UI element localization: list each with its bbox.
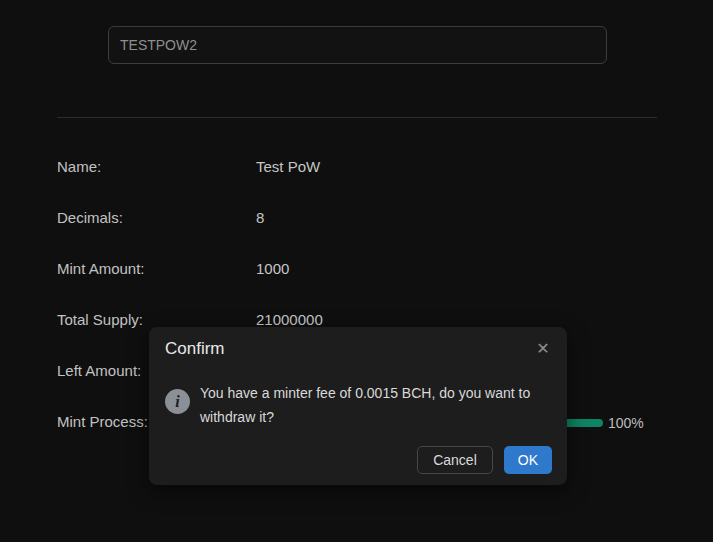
close-icon[interactable]: ✕	[531, 337, 555, 361]
name-label: Name:	[57, 157, 101, 177]
page: Name: Test PoW Decimals: 8 Mint Amount: …	[0, 0, 713, 542]
token-symbol-input[interactable]	[108, 26, 607, 64]
detail-row-mint-amount: Mint Amount: 1000	[0, 259, 713, 279]
detail-row-name: Name: Test PoW	[0, 157, 713, 177]
mint-amount-label: Mint Amount:	[57, 259, 145, 279]
mint-amount-value: 1000	[256, 259, 289, 279]
decimals-value: 8	[256, 208, 264, 228]
detail-row-decimals: Decimals: 8	[0, 208, 713, 228]
mint-process-label: Mint Process:	[57, 412, 148, 432]
cancel-button[interactable]: Cancel	[417, 446, 493, 474]
name-value: Test PoW	[256, 157, 320, 177]
dialog-button-bar: Cancel OK	[417, 446, 552, 474]
divider	[57, 117, 657, 118]
dialog-message: You have a minter fee of 0.0015 BCH, do …	[200, 381, 566, 429]
left-amount-label: Left Amount:	[57, 361, 141, 381]
ok-button[interactable]: OK	[504, 446, 552, 474]
decimals-label: Decimals:	[57, 208, 123, 228]
total-supply-label: Total Supply:	[57, 310, 143, 330]
dialog-title: Confirm	[165, 339, 225, 359]
mint-progress-percent: 100%	[608, 413, 644, 433]
info-icon: i	[165, 389, 190, 414]
confirm-dialog: Confirm ✕ i You have a minter fee of 0.0…	[149, 327, 567, 485]
